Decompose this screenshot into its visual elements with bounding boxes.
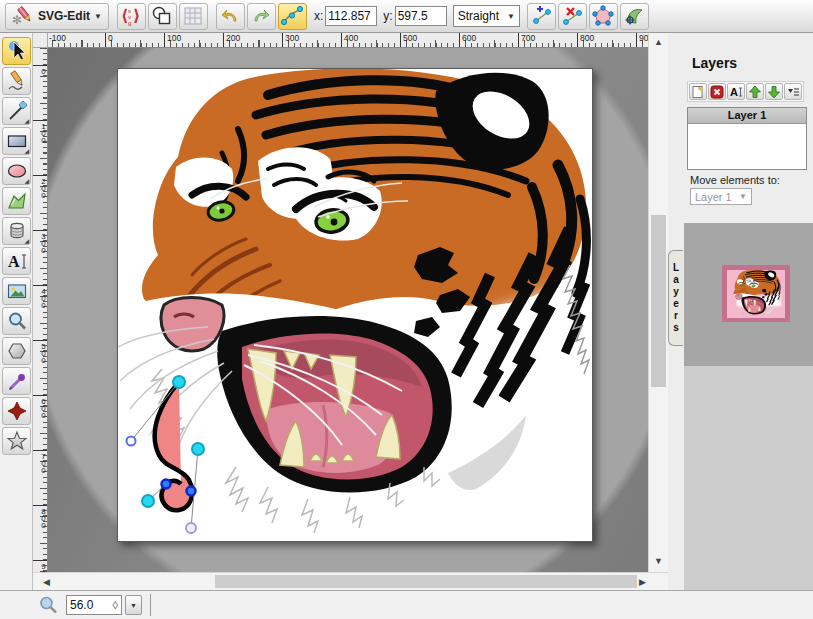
layer-options-button[interactable] xyxy=(784,83,802,100)
ruler-tick-label: 900 xyxy=(33,560,48,572)
document-properties-button[interactable] xyxy=(148,3,177,30)
path-node[interactable] xyxy=(192,443,204,455)
spinner-icon[interactable]: ◊ xyxy=(113,599,118,611)
scroll-down-icon[interactable]: ▼ xyxy=(649,556,668,566)
move-elements-select[interactable]: Layer 1 ▼ xyxy=(690,188,752,205)
drawing-thumbnail[interactable] xyxy=(722,265,790,322)
scroll-up-icon[interactable]: ▲ xyxy=(649,37,668,47)
edit-path-icon xyxy=(280,4,304,28)
svg-source-icon: ⟨ ⟩ s v g xyxy=(120,5,142,27)
tool-path[interactable] xyxy=(2,187,31,215)
redo-icon xyxy=(250,5,272,27)
tool-select[interactable] xyxy=(2,37,31,65)
open-close-path-button[interactable] xyxy=(589,3,618,30)
delete-node-button[interactable] xyxy=(558,3,587,30)
tool-connector[interactable] xyxy=(2,397,31,425)
svg-text:⟩: ⟩ xyxy=(133,7,140,24)
vertical-scroll-thumb[interactable] xyxy=(651,215,666,387)
tiger-artwork xyxy=(118,69,592,541)
arrow-up-icon xyxy=(748,85,762,99)
zoom-dropdown-button[interactable]: ▼ xyxy=(125,595,142,615)
ruler-tick-label: 500 xyxy=(33,340,48,363)
svg-canvas[interactable] xyxy=(117,68,593,542)
workspace[interactable] xyxy=(48,48,648,572)
redo-button[interactable] xyxy=(247,3,276,30)
new-layer-icon: ✦ xyxy=(691,85,705,99)
flyout-arrow-icon: ◢ xyxy=(24,148,29,154)
path-shape-icon xyxy=(6,190,28,212)
tool-text[interactable]: A xyxy=(2,247,31,275)
top-toolbar: ✻ SVG-Edit ▼ ⟨ ⟩ s v g xyxy=(0,0,813,33)
control-handle-node[interactable] xyxy=(127,437,136,446)
path-node[interactable] xyxy=(142,495,154,507)
tool-eyedropper[interactable] xyxy=(2,367,31,395)
edit-path-mode-button[interactable] xyxy=(278,3,307,30)
layers-side-tab[interactable]: Layers xyxy=(668,250,683,346)
add-node-icon xyxy=(529,4,553,28)
ruler-tick-label: 200 xyxy=(33,175,48,198)
shapes-overlap-icon xyxy=(151,5,173,27)
y-coordinate-input[interactable] xyxy=(395,6,447,26)
editor-preferences-button[interactable] xyxy=(179,3,208,30)
tool-polygon[interactable] xyxy=(2,337,31,365)
add-node-button[interactable] xyxy=(527,3,556,30)
selected-path-node[interactable] xyxy=(187,487,196,496)
ruler-tick-label: 0 xyxy=(105,33,113,48)
horizontal-scrollbar[interactable]: ◀ ▶ xyxy=(33,572,668,590)
segment-type-select[interactable]: Straight ▼ xyxy=(453,5,520,27)
delete-node-icon xyxy=(560,4,584,28)
flyout-arrow-icon: ◢ xyxy=(24,238,29,244)
move-layer-down-button[interactable] xyxy=(765,83,783,100)
cross-diamond-icon xyxy=(6,400,28,422)
layer-row[interactable]: Layer 1 xyxy=(688,108,806,124)
path-node[interactable] xyxy=(173,376,185,388)
rename-layer-button[interactable]: A xyxy=(727,83,745,100)
move-elements-label: Move elements to: xyxy=(690,174,780,186)
star-icon xyxy=(6,430,28,452)
ruler-tick-label: 800 xyxy=(33,505,48,528)
move-layer-up-button[interactable] xyxy=(746,83,764,100)
source-code-button[interactable]: ⟨ ⟩ s v g xyxy=(117,3,146,30)
tool-rectangle[interactable]: ◢ xyxy=(2,127,31,155)
svg-text:✻: ✻ xyxy=(12,13,22,27)
select-caret-icon: ▼ xyxy=(739,192,747,201)
tool-line[interactable]: ◢ xyxy=(2,97,31,125)
rename-layer-icon: A xyxy=(729,85,743,99)
x-coordinate-label: x: xyxy=(314,9,323,23)
text-icon: A xyxy=(6,250,28,272)
new-layer-button[interactable]: ✦ xyxy=(689,83,707,100)
tool-ellipse[interactable]: ◢ xyxy=(2,157,31,185)
preview-area xyxy=(684,223,813,366)
main-menu-button[interactable]: ✻ SVG-Edit ▼ xyxy=(5,3,109,30)
tool-pencil[interactable] xyxy=(2,67,31,95)
tool-image[interactable] xyxy=(2,277,31,305)
vertical-scrollbar[interactable]: ▲ ▼ xyxy=(648,33,668,572)
menu-caret-icon: ▼ xyxy=(94,12,102,21)
tool-star[interactable] xyxy=(2,427,31,455)
zoom-level-input[interactable] xyxy=(70,598,102,612)
layer-list[interactable]: Layer 1 xyxy=(687,107,807,170)
selected-path-node[interactable] xyxy=(162,480,171,489)
undo-button[interactable] xyxy=(216,3,245,30)
convert-to-path-icon xyxy=(622,4,646,28)
layers-title: Layers xyxy=(692,55,737,71)
tool-shape-library[interactable]: ◢ xyxy=(2,217,31,245)
zoom-level-field[interactable]: ◊ xyxy=(66,595,122,615)
side-panel-divider[interactable]: Layers xyxy=(668,33,684,590)
flyout-arrow-icon: ◢ xyxy=(24,178,29,184)
scroll-left-icon[interactable]: ◀ xyxy=(43,577,50,587)
arrow-down-icon xyxy=(767,85,781,99)
horizontal-scroll-thumb[interactable] xyxy=(215,575,637,588)
tool-zoom[interactable] xyxy=(2,307,31,335)
x-coordinate-input[interactable] xyxy=(325,6,377,26)
svg-text:g: g xyxy=(128,20,131,26)
delete-layer-button[interactable] xyxy=(708,83,726,100)
ruler-tick-label: 600 xyxy=(33,395,48,418)
ruler-tick-label: 400 xyxy=(33,285,48,308)
ruler-tick-label: 200 xyxy=(223,33,240,48)
segment-type-value: Straight xyxy=(458,9,499,23)
control-handle-node[interactable] xyxy=(186,523,196,533)
convert-to-path-button[interactable] xyxy=(620,3,649,30)
pencil-icon xyxy=(6,70,28,92)
scroll-right-icon[interactable]: ▶ xyxy=(639,577,646,587)
